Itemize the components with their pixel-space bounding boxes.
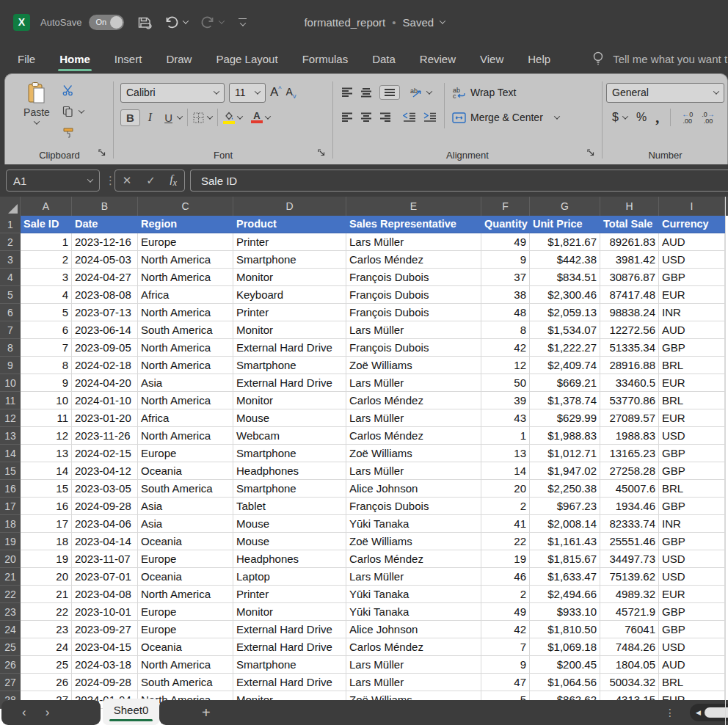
cell[interactable]: 21 bbox=[21, 586, 72, 603]
cell[interactable]: 2023-09-05 bbox=[72, 339, 138, 357]
insert-function-icon[interactable]: fx bbox=[170, 173, 177, 189]
cell[interactable]: 4989.32 bbox=[600, 586, 659, 603]
row-header[interactable]: 27 bbox=[0, 674, 21, 691]
cell[interactable]: François Dubois bbox=[346, 286, 481, 304]
cell[interactable]: 9 bbox=[21, 374, 72, 392]
cell[interactable]: $669.21 bbox=[530, 374, 600, 392]
cell[interactable]: North America bbox=[138, 304, 233, 321]
tab-home[interactable]: Home bbox=[58, 44, 92, 73]
cell[interactable]: 12 bbox=[21, 427, 72, 445]
tab-page-layout[interactable]: Page Layout bbox=[214, 44, 279, 73]
cell[interactable]: 2023-10-01 bbox=[72, 603, 138, 621]
cell[interactable]: 2023-07-01 bbox=[72, 568, 138, 586]
header-cell[interactable]: Product bbox=[233, 216, 346, 233]
cell[interactable]: BRL bbox=[659, 674, 725, 691]
cell[interactable]: 2024-03-18 bbox=[72, 656, 138, 674]
row-header[interactable]: 14 bbox=[0, 445, 21, 462]
cell[interactable]: Lars Müller bbox=[346, 656, 481, 674]
cell[interactable]: $1,069.18 bbox=[530, 638, 600, 656]
scroll-left-icon[interactable]: ◀ bbox=[696, 709, 701, 716]
cell[interactable]: North America bbox=[138, 339, 233, 357]
cell[interactable]: USD bbox=[659, 550, 725, 568]
cell[interactable]: USD bbox=[659, 427, 725, 445]
align-center-icon[interactable] bbox=[360, 112, 372, 123]
cell[interactable]: Oceania bbox=[138, 533, 233, 550]
cell[interactable]: 23 bbox=[21, 621, 72, 638]
row-header[interactable]: 22 bbox=[0, 586, 21, 603]
merge-center-dropdown-icon[interactable] bbox=[554, 113, 560, 119]
header-cell[interactable]: Sale ID bbox=[21, 216, 72, 233]
column-header-g[interactable]: G bbox=[530, 197, 600, 216]
cell[interactable]: Yūki Tanaka bbox=[346, 603, 481, 621]
cell[interactable]: $1,222.27 bbox=[530, 339, 600, 357]
cell[interactable]: Yūki Tanaka bbox=[346, 586, 481, 603]
cell[interactable]: INR bbox=[659, 304, 725, 321]
cell[interactable]: $442.38 bbox=[530, 251, 600, 269]
cell[interactable]: 9 bbox=[481, 251, 530, 269]
autosave-toggle[interactable]: On bbox=[89, 15, 124, 30]
cell[interactable]: 45007.6 bbox=[600, 480, 659, 498]
cell[interactable]: 9 bbox=[481, 656, 530, 674]
header-cell[interactable]: Currency bbox=[659, 216, 725, 233]
cell[interactable]: 48 bbox=[481, 304, 530, 321]
cell[interactable]: 51335.34 bbox=[600, 339, 659, 357]
cell[interactable]: 1 bbox=[21, 233, 72, 251]
cell[interactable]: $2,059.13 bbox=[530, 304, 600, 321]
scrollbar-thumb[interactable] bbox=[705, 707, 728, 718]
cell[interactable]: Lars Müller bbox=[346, 462, 481, 480]
cell[interactable]: 2023-04-14 bbox=[72, 533, 138, 550]
cell[interactable]: 2023-04-08 bbox=[72, 586, 138, 603]
cell[interactable]: Lars Müller bbox=[346, 568, 481, 586]
cell[interactable]: $1,064.56 bbox=[530, 674, 600, 691]
number-format-combobox[interactable]: General bbox=[606, 83, 724, 103]
row-header[interactable]: 23 bbox=[0, 603, 21, 621]
name-box[interactable]: A1 bbox=[6, 170, 100, 192]
cell[interactable]: 2 bbox=[21, 251, 72, 269]
row-header[interactable]: 16 bbox=[0, 480, 21, 498]
cell[interactable]: 41 bbox=[481, 515, 530, 533]
cancel-entry-icon[interactable]: ✕ bbox=[123, 174, 132, 187]
cell[interactable]: 18 bbox=[21, 533, 72, 550]
cell[interactable]: 7 bbox=[481, 638, 530, 656]
cell[interactable]: Europe bbox=[138, 550, 233, 568]
header-cell[interactable]: Total Sale bbox=[600, 216, 659, 233]
header-cell[interactable]: Region bbox=[138, 216, 233, 233]
cell[interactable]: Oceania bbox=[138, 462, 233, 480]
cell[interactable]: South America bbox=[138, 674, 233, 691]
cell[interactable]: 3 bbox=[21, 269, 72, 286]
cell[interactable]: Headphones bbox=[233, 462, 346, 480]
cell[interactable]: Laptop bbox=[233, 568, 346, 586]
cell[interactable]: Alice Johnson bbox=[346, 480, 481, 498]
cell[interactable]: Lars Müller bbox=[346, 409, 481, 427]
align-middle-icon[interactable] bbox=[360, 87, 372, 98]
font-color-button[interactable]: A bbox=[251, 112, 263, 123]
cell[interactable]: GBP bbox=[659, 603, 725, 621]
cell[interactable]: GBP bbox=[659, 498, 725, 515]
copy-dropdown-icon[interactable] bbox=[79, 107, 84, 113]
cell[interactable]: North America bbox=[138, 251, 233, 269]
column-header-d[interactable]: D bbox=[233, 197, 346, 216]
column-header-e[interactable]: E bbox=[346, 197, 481, 216]
borders-button[interactable] bbox=[193, 112, 212, 123]
title-dropdown-icon[interactable] bbox=[440, 18, 445, 23]
cell[interactable]: South America bbox=[138, 480, 233, 498]
cell[interactable]: Zoë Williams bbox=[346, 357, 481, 374]
cell[interactable]: 46 bbox=[481, 568, 530, 586]
cell[interactable]: 2023-12-16 bbox=[72, 233, 138, 251]
redo-dropdown-icon[interactable] bbox=[219, 18, 225, 23]
row-header[interactable]: 1 bbox=[0, 216, 21, 233]
comma-format-button[interactable]: , bbox=[655, 109, 659, 126]
cell[interactable]: EUR bbox=[659, 586, 725, 603]
cell[interactable]: Oceania bbox=[138, 638, 233, 656]
row-header[interactable]: 3 bbox=[0, 251, 21, 269]
font-color-dropdown-icon[interactable] bbox=[265, 113, 271, 119]
cell[interactable]: Carlos Méndez bbox=[346, 251, 481, 269]
cell[interactable]: 13165.23 bbox=[600, 445, 659, 462]
sheet-options-icon[interactable]: ⋮ bbox=[665, 707, 675, 718]
cell[interactable]: 2024-04-20 bbox=[72, 374, 138, 392]
currency-dropdown-icon[interactable] bbox=[622, 113, 628, 119]
cell[interactable]: 75139.62 bbox=[600, 568, 659, 586]
cell[interactable]: 5 bbox=[21, 304, 72, 321]
cell[interactable]: 45721.9 bbox=[600, 603, 659, 621]
cell[interactable]: 7 bbox=[21, 339, 72, 357]
